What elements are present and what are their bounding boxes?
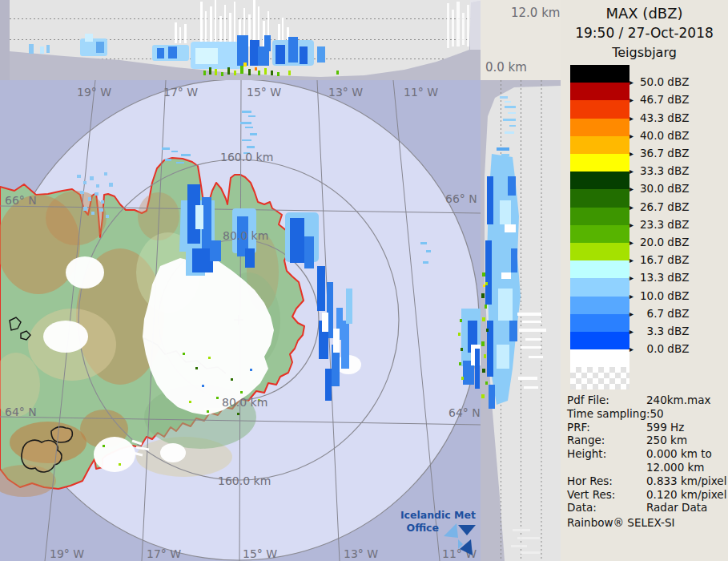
tick-arrow-icon: ▸ — [629, 238, 633, 247]
metadata-value: 50 — [650, 407, 664, 420]
metadata-row: Hor Res:0.833 km/pixel — [567, 474, 724, 487]
legend-entry: ▸16.7 dBZ — [629, 253, 689, 267]
colorbar-band-below-zero — [570, 349, 629, 367]
legend-entry: ▸50.0 dBZ — [629, 75, 689, 89]
colorbar-band — [570, 225, 629, 243]
radar-map-canvas — [0, 80, 481, 561]
side-height-profile-panel[interactable] — [481, 80, 561, 561]
legend-entry: ▸3.3 dBZ — [629, 325, 689, 338]
metadata-row: PRF:599 Hz — [567, 421, 724, 434]
height-axis-min-label: 0.0 km — [485, 60, 527, 75]
metadata-value: 12.000 km — [646, 461, 705, 474]
metadata-label: Range: — [567, 434, 646, 446]
top-profile-plot — [0, 0, 481, 80]
metadata-value: Radar Data — [646, 501, 707, 514]
colorbar-band — [570, 119, 629, 136]
legend-entry: ▸43.3 dBZ — [629, 111, 689, 125]
height-axis-max-label: 12.0 km — [511, 6, 560, 20]
tick-arrow-icon: ▸ — [629, 273, 633, 282]
metadata-label: Hor Res: — [567, 474, 646, 487]
colorbar-band — [570, 100, 629, 118]
product-timestamp: 19:50 / 27-Oct-2018 — [561, 25, 728, 41]
tick-arrow-icon: ▸ — [629, 78, 633, 87]
tick-arrow-icon: ▸ — [629, 256, 633, 264]
metadata-label: Vert Res: — [567, 488, 646, 501]
metadata-value: 599 Hz — [646, 421, 684, 434]
top-height-profile-panel[interactable] — [0, 0, 481, 80]
legend-entry: ▸40.0 dBZ — [629, 129, 689, 143]
colorbar-band — [570, 65, 629, 83]
colorbar-band — [570, 172, 629, 189]
colorbar-band — [570, 332, 629, 349]
tick-arrow-icon: ▸ — [629, 345, 633, 353]
colorbar-band — [570, 314, 629, 332]
metadata-value: 0.120 km/pixel — [646, 488, 726, 501]
colorbar-band — [570, 297, 629, 314]
tick-arrow-icon: ▸ — [629, 167, 633, 176]
metadata-label: Height: — [567, 447, 646, 460]
legend-entry: ▸10.0 dBZ — [629, 289, 689, 303]
metadata-row: 12.000 km — [567, 461, 724, 474]
colorbar-band — [570, 189, 629, 207]
metadata-label: PRF: — [567, 421, 646, 434]
legend-entry: ▸0.0 dBZ — [629, 342, 689, 356]
colorbar-band — [570, 136, 629, 154]
legend-entry: ▸13.3 dBZ — [629, 271, 689, 285]
metadata-value: 240km.max — [646, 394, 710, 406]
logo-arrows-icon — [442, 520, 477, 557]
tick-arrow-icon: ▸ — [629, 149, 633, 158]
legend-entry: ▸6.7 dBZ — [629, 307, 689, 321]
metadata-label: Data: — [567, 501, 646, 514]
metadata-row: Time sampling:50 — [567, 407, 724, 420]
tick-arrow-icon: ▸ — [629, 309, 633, 318]
radar-station-name: Teigsbjarg — [561, 45, 728, 60]
legend-entry: ▸46.7 dBZ — [629, 93, 689, 107]
metadata-row: Height:0.000 km to — [567, 447, 724, 460]
tick-arrow-icon: ▸ — [629, 220, 633, 229]
colorbar-band — [570, 278, 629, 296]
tick-arrow-icon: ▸ — [629, 203, 633, 212]
legend-entry: ▸23.3 dBZ — [629, 218, 689, 232]
radar-map[interactable]: 19° W 17° W 15° W 13° W 11° W 19° W 17° … — [0, 80, 481, 561]
colorbar-band — [570, 83, 629, 100]
software-credit: Rainbow® SELEX-SI — [567, 516, 674, 529]
colorbar-band — [570, 208, 629, 225]
tick-arrow-icon: ▸ — [629, 327, 633, 336]
logo-text-line2: Office — [375, 522, 439, 535]
product-title: MAX (dBZ) — [561, 5, 728, 22]
legend-sidebar: MAX (dBZ) 19:50 / 27-Oct-2018 Teigsbjarg… — [561, 0, 728, 561]
metadata-row: Data:Radar Data — [567, 501, 724, 514]
tick-arrow-icon: ▸ — [629, 131, 633, 140]
metadata-row: Vert Res:0.120 km/pixel — [567, 488, 724, 501]
colorbar-band — [570, 243, 629, 260]
side-profile-plot — [481, 80, 561, 561]
metadata-label: Time sampling: — [567, 407, 650, 420]
legend-entry: ▸26.7 dBZ — [629, 200, 689, 214]
icelandic-met-office-logo: Icelandic Met Office — [375, 509, 476, 559]
metadata-value: 250 km — [646, 434, 687, 446]
metadata-label: Pdf File: — [567, 394, 646, 406]
metadata-value: 0.833 km/pixel — [646, 474, 726, 487]
colorbar-transparency-checker — [570, 367, 629, 389]
metadata-row: Pdf File:240km.max — [567, 394, 724, 406]
metadata-value: 0.000 km to — [646, 447, 712, 460]
metadata-row: Range:250 km — [567, 434, 724, 446]
tick-arrow-icon: ▸ — [629, 95, 633, 104]
tick-arrow-icon: ▸ — [629, 184, 633, 193]
legend-entry: ▸20.0 dBZ — [629, 236, 689, 249]
tick-arrow-icon: ▸ — [629, 292, 633, 301]
legend-entry: ▸33.3 dBZ — [629, 164, 689, 178]
colorbar-band — [570, 260, 629, 278]
height-axis-corner: 12.0 km 0.0 km — [481, 0, 561, 80]
tick-arrow-icon: ▸ — [629, 114, 633, 123]
colorbar-band — [570, 154, 629, 172]
legend-entry: ▸30.0 dBZ — [629, 182, 689, 196]
legend-entry: ▸36.7 dBZ — [629, 147, 689, 160]
radar-display-window: 12.0 km 0.0 km — [0, 0, 728, 561]
